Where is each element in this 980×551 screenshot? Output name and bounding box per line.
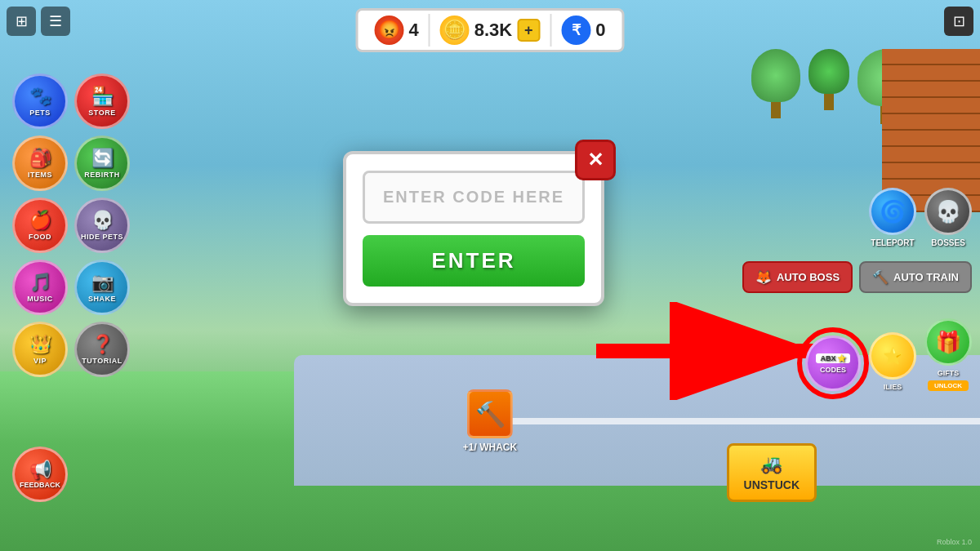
unstuck-button[interactable]: 🚜 UNSTUCK [727,443,817,502]
music-label: MUSIC [27,295,53,303]
vip-icon: 👑 [29,334,51,355]
rebirth-button[interactable]: 🔄 REBIRTH [74,136,130,191]
auto-boss-label: AUTO BOSS [777,271,840,283]
grid-button[interactable]: ⊞ [7,7,36,36]
menu-button[interactable]: ☰ [41,7,70,36]
coins-value: 8.3K [474,20,512,41]
auto-row: 🦊 AUTO BOSS 🔨 AUTO TRAIN [742,261,972,293]
families-label: ILIES [884,383,902,391]
vip-label: VIP [33,357,47,365]
shake-icon: 📷 [91,272,114,293]
pets-icon: 🐾 [29,86,51,107]
rage-value: 4 [409,20,419,41]
teleport-label: TELEPORT [871,238,914,247]
tutorial-button[interactable]: ❓ TUTORIAL [74,322,130,377]
robux-stat: ₹ 0 [551,14,615,47]
whack-label: +1/ WHACK [463,442,517,453]
store-label: STORE [88,109,115,117]
watermark: Roblox 1.0 [937,538,972,546]
unlock-badge: UNLOCK [928,380,969,391]
coins-icon: 🪙 [440,16,470,45]
items-button[interactable]: 🎒 ITEMS [12,136,68,191]
top-right-icons: 🌀 TELEPORT 💀 BOSSES [869,188,972,247]
codes-highlight [797,327,869,399]
code-modal: ✕ ENTER [343,151,604,306]
rebirth-icon: 🔄 [91,148,114,169]
rebirth-label: REBIRTH [84,171,120,179]
shake-button[interactable]: 📷 SHAKE [74,260,130,315]
pets-button[interactable]: 🐾 PETS [12,73,68,129]
gifts-icon: 🎁 [935,330,961,355]
top-left-corner: ⊞ ☰ [7,7,70,36]
families-button[interactable]: ⭐ [869,332,916,380]
families-icon: ⭐ [883,346,903,366]
enter-code-button[interactable]: ENTER [363,235,585,287]
bosses-icon: 💀 [924,188,972,235]
tutorial-label: TUTORIAL [82,357,122,365]
families-button-wrapper: ⭐ ILIES [869,332,916,391]
whack-indicator[interactable]: 🔨 +1/ WHACK [463,389,517,453]
road-line [490,418,980,424]
hide-pets-icon: 💀 [91,210,114,231]
store-button[interactable]: 🏪 STORE [74,73,130,129]
auto-boss-icon: 🦊 [755,269,772,285]
close-modal-button[interactable]: ✕ [575,140,616,180]
feedback-label: FEEDBACK [20,481,60,489]
hide-pets-button[interactable]: 💀 HIDE PETS [74,198,130,253]
tutorial-icon: ❓ [91,334,114,355]
unstuck-label: UNSTUCK [744,478,800,491]
add-coins-button[interactable]: + [517,19,540,42]
top-right-buttons: ⊡ [944,7,973,36]
store-icon: 🏪 [91,86,114,107]
top-hud: 😡 4 🪙 8.3K + ₹ 0 [356,8,625,52]
bottom-right-icons: ABX ⭐ CODES ⭐ ILIES 🎁 GIFTS UNLOCK [805,318,972,391]
gifts-button[interactable]: 🎁 [924,318,972,366]
auto-boss-button[interactable]: 🦊 AUTO BOSS [742,261,853,293]
teleport-button[interactable]: 🌀 TELEPORT [869,188,916,247]
music-icon: 🎵 [29,272,51,293]
auto-train-label: AUTO TRAIN [893,271,959,283]
feedback-icon: 📢 [29,460,51,481]
items-icon: 🎒 [29,148,51,169]
left-sidebar: 🐾 PETS 🏪 STORE 🎒 ITEMS 🔄 REBIRTH 🍎 FOOD … [12,73,130,377]
auto-train-button[interactable]: 🔨 AUTO TRAIN [859,261,972,293]
robux-value: 0 [595,20,605,41]
pets-label: PETS [29,109,51,117]
hide-pets-label: HIDE PETS [81,233,123,241]
rage-stat: 😡 4 [365,14,430,47]
settings-button[interactable]: ⊡ [944,7,973,36]
gifts-button-wrapper: 🎁 GIFTS UNLOCK [924,318,972,391]
items-label: ITEMS [28,171,52,179]
robux-icon: ₹ [561,16,590,45]
music-button[interactable]: 🎵 MUSIC [12,260,68,315]
gifts-label: GIFTS [938,369,960,377]
code-input[interactable] [363,171,585,224]
whack-hammer-icon: 🔨 [467,389,513,438]
feedback-button[interactable]: 📢 FEEDBACK [12,447,68,502]
teleport-icon: 🌀 [869,188,916,235]
food-icon: 🍎 [29,210,51,231]
shake-label: SHAKE [88,295,116,303]
rage-icon: 😡 [375,16,404,45]
bosses-button[interactable]: 💀 BOSSES [924,188,972,247]
unstuck-icon: 🚜 [760,454,782,475]
food-button[interactable]: 🍎 FOOD [12,198,68,253]
auto-train-icon: 🔨 [872,269,889,285]
food-label: FOOD [29,233,51,241]
codes-button-wrapper: ABX ⭐ CODES [805,335,861,391]
coins-stat: 🪙 8.3K + [430,14,551,47]
bosses-label: BOSSES [931,238,965,247]
vip-button[interactable]: 👑 VIP [12,322,68,377]
